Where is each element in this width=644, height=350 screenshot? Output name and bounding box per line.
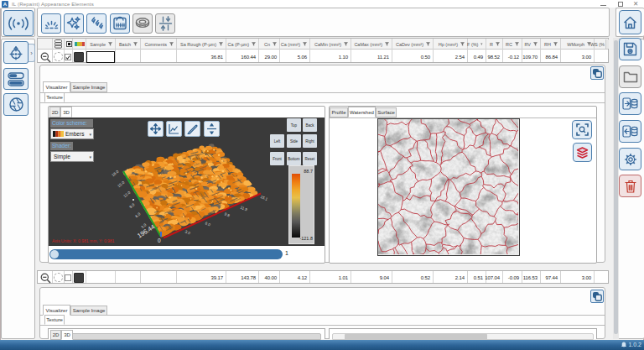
- svg-text:6.0: 6.0: [205, 221, 211, 227]
- svg-text:9.8: 9.8: [224, 212, 231, 217]
- svg-text:9.0: 9.0: [128, 202, 135, 209]
- svg-text:6.0: 6.0: [134, 212, 141, 218]
- svg-text:0: 0: [158, 238, 161, 243]
- svg-text:12.0: 12.0: [122, 191, 131, 199]
- svg-text:18.0: 18.0: [111, 170, 119, 178]
- svg-text:3.0: 3.0: [184, 229, 191, 235]
- svg-text:15.0: 15.0: [117, 180, 125, 189]
- svg-text:15.1: 15.1: [260, 195, 269, 201]
- svg-text:11.9: 11.9: [240, 205, 248, 212]
